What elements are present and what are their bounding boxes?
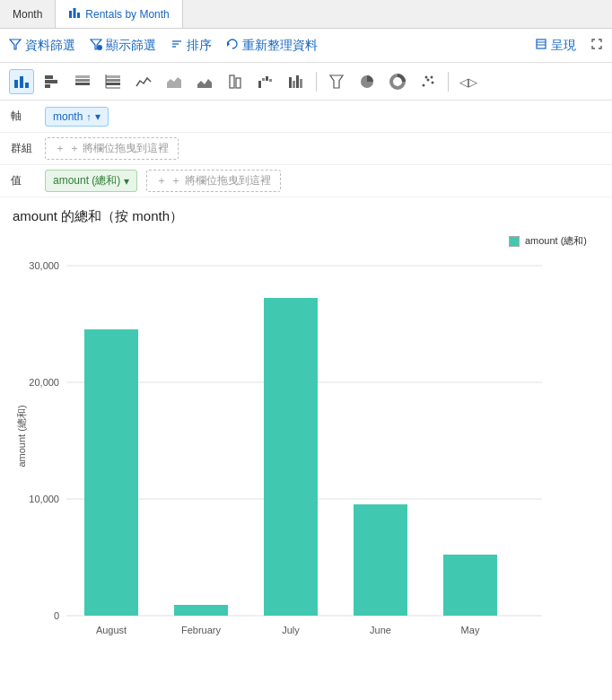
value-chip-label: amount (總和) <box>53 173 120 188</box>
chart-type-other[interactable]: ◁▷ <box>456 69 481 94</box>
value-add-area[interactable]: ＋ ＋ 將欄位拖曳到這裡 <box>146 170 280 192</box>
chart-type-waterfall[interactable] <box>253 69 278 94</box>
svg-marker-39 <box>330 75 343 88</box>
value-label: 值 <box>11 173 36 188</box>
axis-chip[interactable]: month ↑ ▾ <box>45 107 109 127</box>
group-add-label: ＋ 將欄位拖曳到這裡 <box>69 141 169 156</box>
chart-type-bar[interactable] <box>9 69 34 94</box>
chart-type-scatter[interactable] <box>415 69 441 94</box>
chart-type-stacked[interactable] <box>70 69 95 94</box>
group-label: 群組 <box>11 141 36 156</box>
view-button[interactable]: 呈現 <box>535 38 576 54</box>
chart-type-bar2[interactable] <box>284 69 309 94</box>
refresh-label: 重新整理資料 <box>242 38 318 54</box>
axis-sort-icon: ↑ <box>86 111 92 122</box>
chart-legend: amount (總和) <box>509 234 587 248</box>
sort-icon <box>170 38 183 53</box>
svg-text:0: 0 <box>54 610 59 621</box>
axis-dropdown-icon: ▾ <box>95 110 101 123</box>
value-add-label: ＋ 將欄位拖曳到這裡 <box>170 173 270 188</box>
svg-rect-37 <box>296 75 299 88</box>
filter-label: 資料篩選 <box>25 38 75 54</box>
value-field-row: 值 amount (總和) ▾ ＋ ＋ 將欄位拖曳到這裡 <box>0 165 612 197</box>
chart-container: amount 的總和（按 month） amount (總和) 30,000 2… <box>0 197 612 683</box>
group-add-area[interactable]: ＋ ＋ 將欄位拖曳到這裡 <box>45 137 179 160</box>
svg-rect-1 <box>74 8 76 18</box>
svg-rect-0 <box>69 11 72 18</box>
chart-icons-bar: ◁▷ <box>0 63 612 101</box>
svg-text:amount (總和): amount (總和) <box>16 405 27 467</box>
svg-rect-23 <box>106 79 120 82</box>
refresh-icon <box>226 38 239 53</box>
svg-rect-17 <box>45 80 57 83</box>
group-add-icon: ＋ <box>55 141 66 156</box>
chart-type-hbar[interactable] <box>39 69 65 94</box>
svg-rect-24 <box>106 75 120 78</box>
svg-rect-34 <box>269 79 272 82</box>
bar-june[interactable] <box>354 504 407 616</box>
svg-rect-35 <box>289 77 292 88</box>
axis-label: 軸 <box>11 109 36 124</box>
svg-rect-2 <box>77 13 80 18</box>
bar-august[interactable] <box>84 329 138 616</box>
chart-type-area2[interactable] <box>192 69 217 94</box>
filter-button[interactable]: 資料篩選 <box>9 38 75 54</box>
svg-text:June: June <box>370 625 391 635</box>
svg-rect-13 <box>14 80 18 88</box>
value-chip[interactable]: amount (總和) ▾ <box>45 170 137 192</box>
bar-february[interactable] <box>174 605 228 616</box>
display-filter-button[interactable]: 顯示篩選 <box>90 38 156 54</box>
svg-point-5 <box>97 45 102 50</box>
svg-text:February: February <box>181 625 222 635</box>
svg-text:10,000: 10,000 <box>29 494 59 504</box>
svg-marker-28 <box>197 79 212 88</box>
svg-rect-33 <box>266 76 268 81</box>
tab-month-label: Month <box>13 8 42 21</box>
svg-rect-21 <box>75 75 90 78</box>
tab-rentals-by-month[interactable]: Rentals by Month <box>56 0 182 28</box>
svg-marker-3 <box>10 39 21 49</box>
chart-type-line[interactable] <box>131 69 156 94</box>
svg-text:20,000: 20,000 <box>29 377 59 388</box>
svg-rect-20 <box>75 79 90 82</box>
tab-month[interactable]: Month <box>0 0 56 28</box>
svg-rect-19 <box>75 83 90 85</box>
tab-chart-icon <box>68 6 81 22</box>
view-icon <box>535 38 547 53</box>
value-dropdown-icon: ▾ <box>124 175 129 188</box>
svg-point-44 <box>432 81 434 83</box>
value-add-icon: ＋ <box>156 173 167 188</box>
axis-chip-value: month <box>53 110 83 123</box>
svg-rect-14 <box>20 76 23 88</box>
chart-type-ribbon[interactable] <box>223 69 248 94</box>
display-filter-icon <box>90 38 102 53</box>
refresh-button[interactable]: 重新整理資料 <box>226 38 318 54</box>
chart-type-funnel[interactable] <box>324 69 349 94</box>
chart-type-stacked100[interactable] <box>101 69 126 94</box>
bar-july[interactable] <box>264 298 318 616</box>
tab-extra-area <box>183 0 612 28</box>
fullscreen-button[interactable] <box>590 38 603 53</box>
svg-point-46 <box>431 75 433 78</box>
chart-type-pie[interactable] <box>354 69 380 94</box>
chart-type-donut[interactable] <box>385 69 410 94</box>
svg-point-43 <box>427 78 430 81</box>
svg-text:◁▷: ◁▷ <box>459 75 477 89</box>
chart-area: amount (總和) 30,000 20,000 10,000 0 amoun… <box>13 234 587 674</box>
svg-rect-18 <box>45 84 50 88</box>
svg-text:30,000: 30,000 <box>29 260 59 271</box>
sort-button[interactable]: 排序 <box>170 38 212 54</box>
svg-marker-27 <box>167 77 181 88</box>
divider-1 <box>316 72 317 92</box>
bar-may[interactable] <box>443 555 497 616</box>
tab-rentals-label: Rentals by Month <box>85 8 169 21</box>
chart-type-area[interactable] <box>162 69 187 94</box>
display-filter-label: 顯示篩選 <box>106 38 156 54</box>
svg-text:May: May <box>461 625 480 635</box>
view-label: 呈現 <box>551 38 576 54</box>
svg-rect-15 <box>25 83 29 88</box>
divider-2 <box>448 72 449 92</box>
svg-text:August: August <box>96 625 127 635</box>
chart-title: amount 的總和（按 month） <box>13 208 599 225</box>
svg-rect-30 <box>236 78 240 88</box>
